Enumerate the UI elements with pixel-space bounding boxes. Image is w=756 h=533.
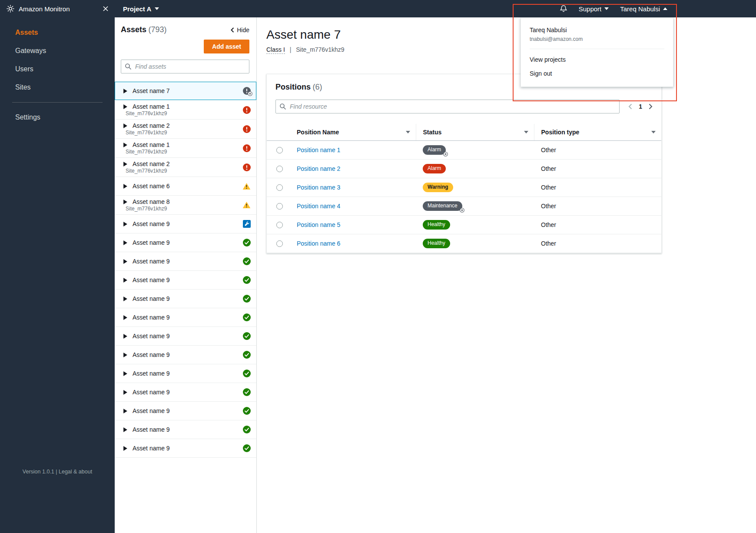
hide-panel-button[interactable]: Hide — [231, 27, 249, 33]
close-icon[interactable] — [103, 6, 109, 12]
expand-caret-icon[interactable] — [123, 222, 127, 227]
expand-caret-icon[interactable] — [123, 123, 127, 128]
position-link[interactable]: Position name 5 — [297, 221, 340, 228]
expand-caret-icon[interactable] — [123, 353, 127, 357]
asset-list-item[interactable]: Asset name 1 Site_m776v1khz9 — [115, 100, 256, 120]
add-asset-button[interactable]: Add asset — [204, 40, 249, 53]
asset-list-item[interactable]: Asset name 6 — [115, 177, 256, 196]
asset-class-link[interactable]: Class I — [266, 46, 285, 54]
expand-caret-icon[interactable] — [123, 446, 127, 451]
support-menu[interactable]: Support — [579, 5, 609, 13]
asset-list-item[interactable]: Asset name 8 Site_m776v1khz9 — [115, 196, 256, 215]
position-link[interactable]: Position name 6 — [297, 240, 340, 247]
column-status[interactable]: Status — [416, 124, 534, 141]
expand-caret-icon[interactable] — [123, 390, 127, 395]
position-link[interactable]: Position name 1 — [297, 147, 340, 153]
page-number[interactable]: 1 — [639, 103, 642, 110]
row-radio[interactable] — [276, 166, 283, 172]
expand-caret-icon[interactable] — [123, 259, 127, 264]
asset-list-item[interactable]: Asset name 9 — [115, 233, 256, 252]
expand-caret-icon[interactable] — [123, 143, 127, 147]
user-email: tnabulsi@amazon.com — [530, 36, 664, 42]
column-position-type[interactable]: Position type — [534, 124, 661, 141]
filter-dropdown-icon[interactable] — [651, 131, 656, 133]
row-radio[interactable] — [276, 184, 283, 191]
row-radio[interactable] — [276, 240, 283, 247]
row-radio[interactable] — [276, 222, 283, 228]
expand-caret-icon[interactable] — [123, 427, 127, 432]
position-row[interactable]: Position name 3 Warning Other — [267, 178, 661, 197]
expand-caret-icon[interactable] — [123, 104, 127, 109]
find-assets-input[interactable] — [121, 60, 249, 73]
expand-caret-icon[interactable] — [123, 240, 127, 245]
asset-list-item[interactable]: Asset name 1 Site_m776v1khz9 — [115, 139, 256, 158]
expand-caret-icon[interactable] — [123, 371, 127, 376]
sidebar-item-gateways[interactable]: Gateways — [0, 42, 115, 60]
user-name: Tareq Nabulsi — [530, 27, 664, 33]
asset-name: Asset name 7 — [133, 87, 170, 94]
user-menu-trigger[interactable]: Tareq Nabulsi — [620, 5, 667, 13]
asset-list-item[interactable]: Asset name 9 — [115, 420, 256, 439]
expand-caret-icon[interactable] — [123, 315, 127, 320]
asset-name: Asset name 1 — [133, 103, 170, 110]
asset-list-item[interactable]: Asset name 9 — [115, 215, 256, 233]
sidebar-item-settings[interactable]: Settings — [0, 108, 115, 127]
expand-caret-icon[interactable] — [123, 278, 127, 283]
column-position-name[interactable]: Position Name — [290, 124, 416, 141]
asset-name: Asset name 9 — [133, 351, 170, 358]
view-projects-item[interactable]: View projects — [530, 53, 664, 67]
next-page-icon[interactable] — [649, 103, 653, 110]
asset-list-item[interactable]: Asset name 2 Site_m776v1khz9 — [115, 158, 256, 177]
sidebar-item-users[interactable]: Users — [0, 60, 115, 78]
asset-status — [243, 426, 251, 433]
find-resource-input[interactable] — [275, 100, 620, 113]
legal-about-link[interactable]: Legal & about — [59, 469, 92, 475]
position-row[interactable]: Position name 1 Alarm Other — [267, 141, 661, 160]
asset-list-item[interactable]: Asset name 2 Site_m776v1khz9 — [115, 120, 256, 139]
asset-list-item[interactable]: Asset name 9 — [115, 290, 256, 308]
page-title: Asset name 7 — [266, 28, 756, 42]
expand-caret-icon[interactable] — [123, 162, 127, 167]
status-badge-label: Alarm — [428, 165, 441, 171]
notifications-bell-icon[interactable] — [560, 5, 567, 13]
asset-list-item[interactable]: Asset name 9 — [115, 327, 256, 346]
position-row[interactable]: Position name 6 Healthy Other — [267, 234, 661, 253]
expand-caret-icon[interactable] — [123, 200, 127, 204]
asset-list-item[interactable]: Asset name 9 — [115, 346, 256, 364]
sidebar-item-sites[interactable]: Sites — [0, 78, 115, 97]
asset-list-item[interactable]: Asset name 7 — [115, 82, 256, 100]
expand-caret-icon[interactable] — [123, 296, 127, 301]
expand-caret-icon[interactable] — [123, 89, 127, 93]
row-radio[interactable] — [276, 203, 283, 210]
asset-status — [243, 239, 251, 247]
expand-caret-icon[interactable] — [123, 334, 127, 339]
asset-list-item[interactable]: Asset name 9 — [115, 439, 256, 458]
sidebar-item-assets[interactable]: Assets — [0, 23, 115, 42]
assets-search — [121, 60, 249, 73]
position-link[interactable]: Position name 4 — [297, 203, 340, 210]
support-label: Support — [579, 5, 602, 13]
asset-list-item[interactable]: Asset name 9 — [115, 308, 256, 327]
asset-list-item[interactable]: Asset name 9 — [115, 271, 256, 290]
expand-caret-icon[interactable] — [123, 184, 127, 189]
previous-page-icon[interactable] — [628, 103, 632, 110]
position-row[interactable]: Position name 2 Alarm Other — [267, 160, 661, 178]
expand-caret-icon[interactable] — [123, 409, 127, 413]
position-row[interactable]: Position name 5 Healthy Other — [267, 216, 661, 234]
position-row[interactable]: Position name 4 Maintenance Other — [267, 197, 661, 216]
position-link[interactable]: Position name 2 — [297, 165, 340, 172]
column-label: Position type — [541, 129, 580, 136]
sign-out-item[interactable]: Sign out — [530, 67, 664, 80]
healthy-check-icon — [243, 444, 251, 452]
filter-dropdown-icon[interactable] — [524, 131, 528, 133]
asset-list-item[interactable]: Asset name 9 — [115, 252, 256, 271]
row-radio[interactable] — [276, 147, 283, 153]
project-selector[interactable]: Project A — [123, 5, 159, 13]
asset-list-item[interactable]: Asset name 9 — [115, 402, 256, 420]
asset-list-item[interactable]: Asset name 9 — [115, 383, 256, 402]
position-link[interactable]: Position name 3 — [297, 184, 340, 191]
user-dropdown-menu: Tareq Nabulsi tnabulsi@amazon.com View p… — [521, 17, 673, 87]
chevron-down-icon — [604, 7, 609, 10]
asset-list-item[interactable]: Asset name 9 — [115, 364, 256, 383]
filter-dropdown-icon[interactable] — [406, 131, 410, 133]
